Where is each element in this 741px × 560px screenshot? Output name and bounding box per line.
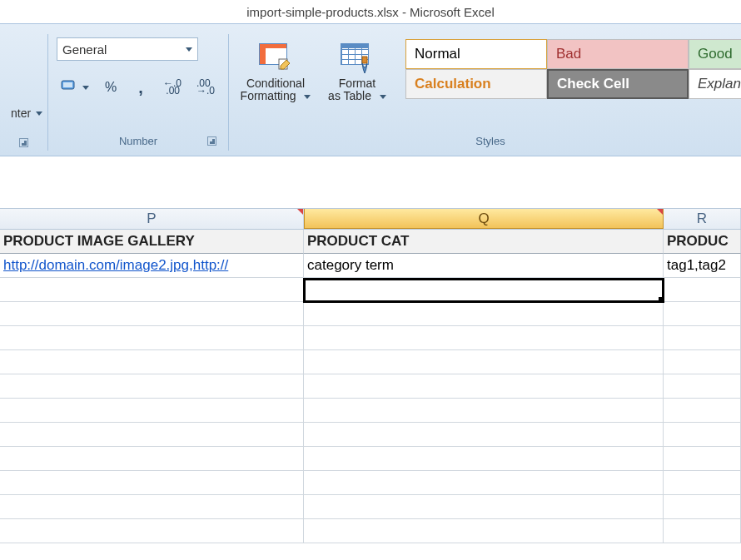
table-row bbox=[0, 278, 741, 302]
data-cell[interactable] bbox=[664, 302, 741, 326]
accounting-format-button[interactable] bbox=[57, 76, 93, 99]
table-row bbox=[0, 302, 741, 326]
table-row bbox=[0, 519, 741, 543]
data-cell[interactable] bbox=[304, 326, 664, 350]
data-cell[interactable] bbox=[304, 374, 664, 399]
styles-group-label: Styles bbox=[237, 135, 741, 147]
increase-decimal-button[interactable]: ←.0 .00 bbox=[158, 76, 186, 99]
table-row bbox=[0, 399, 741, 423]
data-cell[interactable] bbox=[304, 399, 664, 423]
table-row bbox=[0, 471, 741, 495]
header-cell[interactable]: PRODUCT IMAGE GALLERY bbox=[0, 230, 304, 254]
data-cell[interactable] bbox=[304, 495, 664, 519]
table-row: http://domain.com/image2.jpg,http:// cat… bbox=[0, 254, 741, 278]
data-cell[interactable] bbox=[304, 471, 664, 495]
cell-styles-gallery[interactable]: Normal Bad Good Calculation Check Cell E… bbox=[405, 39, 741, 99]
data-cell[interactable] bbox=[304, 447, 664, 471]
column-header-row: P Q R bbox=[0, 208, 741, 230]
conditional-formatting-button[interactable]: Conditional Formatting bbox=[237, 37, 314, 106]
data-cell[interactable] bbox=[304, 278, 664, 302]
data-cell[interactable] bbox=[304, 302, 664, 326]
table-row: PRODUCT IMAGE GALLERY PRODUCT CAT PRODUC bbox=[0, 230, 741, 254]
data-cell[interactable] bbox=[664, 495, 741, 519]
chevron-down-icon bbox=[304, 95, 311, 99]
data-cell[interactable] bbox=[664, 350, 741, 374]
dialog-launcher-icon[interactable] bbox=[19, 138, 28, 147]
decrease-decimal-button[interactable]: .00→.0 bbox=[191, 76, 220, 99]
alignment-group-label bbox=[8, 135, 39, 147]
cell-style-check-cell[interactable]: Check Cell bbox=[547, 69, 689, 99]
decrease-decimal-icon: .00→.0 bbox=[196, 80, 215, 95]
svg-rect-1 bbox=[63, 82, 72, 87]
window-title: import-simple-products.xlsx - Microsoft … bbox=[0, 0, 741, 23]
table-row bbox=[0, 374, 741, 399]
cell-style-explanatory[interactable]: Explan bbox=[689, 69, 741, 99]
data-cell[interactable] bbox=[0, 399, 304, 423]
ribbon: nter General % bbox=[0, 23, 741, 156]
data-cell[interactable] bbox=[664, 399, 741, 423]
data-cell[interactable] bbox=[0, 519, 304, 543]
cell-style-calculation[interactable]: Calculation bbox=[405, 69, 547, 99]
cell-style-good[interactable]: Good bbox=[689, 39, 741, 69]
chevron-down-icon bbox=[380, 95, 386, 99]
data-cell[interactable] bbox=[0, 278, 304, 302]
data-cell[interactable]: tag1,tag2 bbox=[664, 254, 741, 278]
comma-icon: , bbox=[138, 78, 143, 97]
merge-center-button[interactable]: nter bbox=[8, 102, 48, 125]
merge-center-label: nter bbox=[11, 107, 31, 120]
chevron-down-icon bbox=[36, 112, 42, 116]
conditional-formatting-icon bbox=[259, 41, 292, 74]
data-cell[interactable] bbox=[664, 447, 741, 471]
column-header-q[interactable]: Q bbox=[304, 209, 664, 229]
header-cell[interactable]: PRODUC bbox=[664, 230, 741, 254]
table-row bbox=[0, 423, 741, 447]
currency-icon bbox=[61, 78, 77, 97]
data-cell[interactable] bbox=[664, 423, 741, 447]
format-as-table-icon bbox=[341, 41, 374, 74]
table-row bbox=[0, 350, 741, 374]
data-cell[interactable] bbox=[0, 302, 304, 326]
data-cell[interactable] bbox=[0, 447, 304, 471]
column-header-r[interactable]: R bbox=[664, 209, 741, 229]
data-cell[interactable] bbox=[304, 423, 664, 447]
format-as-table-button[interactable]: Format as Table bbox=[319, 37, 395, 106]
format-as-table-label: Format as Table bbox=[328, 77, 386, 102]
worksheet-grid[interactable]: PRODUCT IMAGE GALLERY PRODUCT CAT PRODUC… bbox=[0, 230, 741, 543]
percent-icon: % bbox=[105, 80, 117, 95]
data-cell[interactable] bbox=[0, 423, 304, 447]
data-cell[interactable] bbox=[664, 374, 741, 399]
number-group-label: Number bbox=[119, 135, 157, 147]
data-cell[interactable]: http://domain.com/image2.jpg,http:// bbox=[0, 254, 304, 278]
conditional-formatting-label: Conditional Formatting bbox=[241, 77, 311, 102]
data-cell[interactable] bbox=[0, 471, 304, 495]
data-cell[interactable] bbox=[664, 326, 741, 350]
ribbon-group-alignment: nter bbox=[0, 34, 48, 151]
chevron-down-icon bbox=[82, 86, 89, 90]
dialog-launcher-icon[interactable] bbox=[207, 136, 216, 146]
cell-style-bad[interactable]: Bad bbox=[547, 39, 689, 69]
data-cell[interactable]: category term bbox=[304, 254, 664, 278]
header-cell[interactable]: PRODUCT CAT bbox=[304, 230, 664, 254]
table-row bbox=[0, 495, 741, 519]
comma-style-button[interactable]: , bbox=[128, 76, 153, 99]
increase-decimal-icon: ←.0 .00 bbox=[163, 80, 182, 95]
ribbon-group-styles: Conditional Formatting Format as Table N… bbox=[229, 34, 741, 151]
number-format-combo[interactable]: General bbox=[57, 37, 198, 61]
data-cell[interactable] bbox=[304, 519, 664, 543]
number-format-value: General bbox=[62, 42, 107, 57]
percent-style-button[interactable]: % bbox=[98, 76, 123, 99]
table-row bbox=[0, 447, 741, 471]
data-cell[interactable] bbox=[0, 326, 304, 350]
data-cell[interactable] bbox=[664, 278, 741, 302]
ribbon-group-number: General % , ←.0 .00 bbox=[48, 34, 229, 151]
cell-style-normal[interactable]: Normal bbox=[405, 39, 547, 69]
chevron-down-icon bbox=[186, 47, 192, 52]
data-cell[interactable] bbox=[664, 519, 741, 543]
table-row bbox=[0, 326, 741, 350]
data-cell[interactable] bbox=[0, 495, 304, 519]
data-cell[interactable] bbox=[304, 350, 664, 374]
data-cell[interactable] bbox=[664, 471, 741, 495]
column-header-p[interactable]: P bbox=[0, 209, 304, 229]
data-cell[interactable] bbox=[0, 374, 304, 399]
data-cell[interactable] bbox=[0, 350, 304, 374]
